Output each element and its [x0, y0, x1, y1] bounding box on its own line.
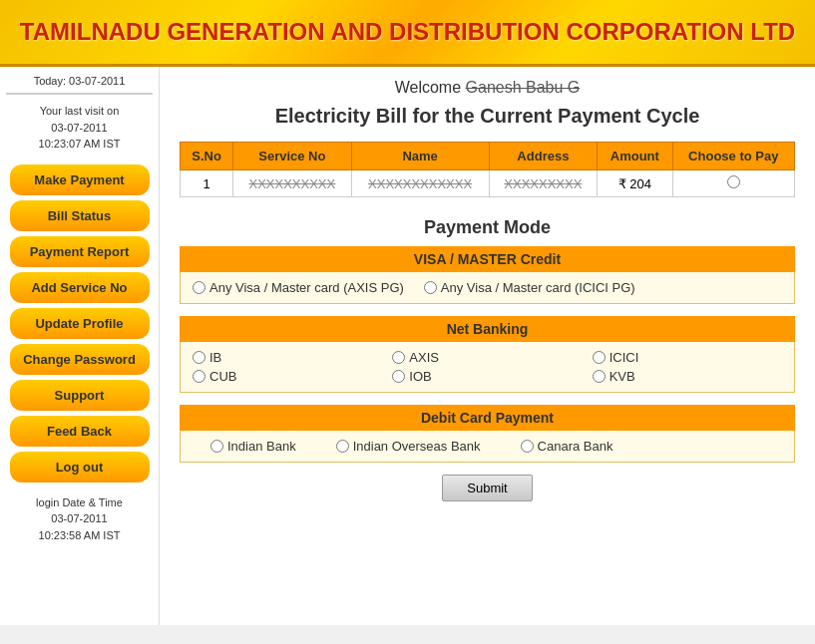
submit-row: Submit — [180, 475, 795, 501]
table-header: S.No Service No Name Address Amount Choo… — [181, 143, 795, 170]
debit-options: Indian Bank Indian Overseas Bank Canara … — [180, 431, 795, 463]
login-label: login Date & Time — [36, 496, 123, 508]
log-out-button[interactable]: Log out — [10, 452, 150, 483]
nb-axis-radio[interactable] — [392, 351, 405, 364]
nb-ib-label[interactable]: IB — [193, 350, 382, 365]
debit-iob-label[interactable]: Indian Overseas Bank — [336, 439, 481, 454]
change-password-button[interactable]: Change Password — [10, 344, 150, 375]
nb-icici-radio[interactable] — [593, 351, 606, 364]
page-title: Electricity Bill for the Current Payment… — [180, 105, 795, 128]
bill-status-button[interactable]: Bill Status — [10, 200, 150, 231]
content-area: Welcome Ganesh Babu G Electricity Bill f… — [160, 67, 815, 625]
col-address: Address — [489, 143, 597, 170]
visa-options: Any Visa / Master card (AXIS PG) Any Vis… — [180, 272, 795, 304]
nb-cub-radio[interactable] — [193, 370, 205, 383]
nb-kvb-radio[interactable] — [593, 370, 606, 383]
cell-choose[interactable] — [672, 170, 794, 197]
debit-canara-radio[interactable] — [521, 440, 534, 453]
visa-axis-text: Any Visa / Master card (AXIS PG) — [209, 280, 404, 295]
visa-axis-radio[interactable] — [193, 281, 205, 294]
header: TAMILNADU GENERATION AND DISTRIBUTION CO… — [0, 0, 815, 67]
net-banking-options: IB AXIS ICICI CUB IOB — [180, 342, 795, 393]
visa-axis-label[interactable]: Any Visa / Master card (AXIS PG) — [193, 280, 404, 295]
table-body: 1 XXXXXXXXXX XXXXXXXXXXXX XXXXXXXXX ₹ 20… — [181, 170, 795, 197]
service-no-value: XXXXXXXXXX — [249, 176, 336, 191]
col-choose: Choose to Pay — [672, 143, 794, 170]
cell-amount: ₹ 204 — [598, 170, 672, 197]
cell-service-no: XXXXXXXXXX — [233, 170, 351, 197]
visa-icici-radio[interactable] — [424, 281, 437, 294]
user-name: Ganesh Babu G — [466, 79, 581, 96]
support-button[interactable]: Support — [10, 380, 150, 411]
table-row: 1 XXXXXXXXXX XXXXXXXXXXXX XXXXXXXXX ₹ 20… — [181, 170, 795, 197]
make-payment-button[interactable]: Make Payment — [10, 164, 150, 195]
visa-icici-label[interactable]: Any Visa / Master card (ICICI PG) — [424, 280, 635, 295]
col-sno: S.No — [181, 143, 233, 170]
sidebar: Today: 03-07-2011 Your last visit on 03-… — [0, 67, 160, 625]
name-value: XXXXXXXXXXXX — [368, 176, 472, 191]
nb-kvb-text: KVB — [610, 369, 635, 384]
nb-iob-label[interactable]: IOB — [392, 369, 582, 384]
nb-axis-label[interactable]: AXIS — [392, 350, 582, 365]
payment-report-button[interactable]: Payment Report — [10, 236, 150, 267]
feed-back-button[interactable]: Feed Back — [10, 416, 150, 447]
net-banking-section: Net Banking IB AXIS ICICI CUB — [180, 316, 795, 393]
last-visit-info: Your last visit on 03-07-2011 10:23:07 A… — [6, 103, 153, 153]
header-title: TAMILNADU GENERATION AND DISTRIBUTION CO… — [20, 18, 795, 45]
visa-section: VISA / MASTER Credit Any Visa / Master c… — [180, 246, 795, 304]
login-date: 03-07-2011 — [51, 512, 107, 524]
debit-canara-label[interactable]: Canara Bank — [521, 439, 613, 454]
last-visit-time: 10:23:07 AM IST — [39, 138, 121, 150]
nb-icici-text: ICICI — [610, 350, 639, 365]
submit-button[interactable]: Submit — [442, 475, 532, 501]
net-banking-header: Net Banking — [180, 316, 795, 342]
cell-sno: 1 — [181, 170, 233, 197]
col-amount: Amount — [598, 143, 672, 170]
nb-cub-text: CUB — [209, 369, 236, 384]
choose-radio[interactable] — [727, 175, 740, 188]
nb-icici-label[interactable]: ICICI — [593, 350, 782, 365]
nb-iob-text: IOB — [409, 369, 431, 384]
today-date: Today: 03-07-2011 — [6, 75, 153, 87]
nb-kvb-label[interactable]: KVB — [593, 369, 782, 384]
debit-header: Debit Card Payment — [180, 405, 795, 431]
nb-axis-text: AXIS — [409, 350, 439, 365]
col-service-no: Service No — [233, 143, 351, 170]
debit-iob-text: Indian Overseas Bank — [353, 439, 481, 454]
last-visit-date: 03-07-2011 — [51, 122, 107, 134]
col-name: Name — [351, 143, 489, 170]
debit-indian-bank-radio[interactable] — [210, 440, 223, 453]
debit-iob-radio[interactable] — [336, 440, 349, 453]
debit-canara-text: Canara Bank — [538, 439, 613, 454]
welcome-label: Welcome — [395, 79, 461, 96]
login-time: 10:23:58 AM IST — [39, 529, 121, 541]
last-visit-label: Your last visit on — [40, 105, 120, 117]
sidebar-divider — [6, 93, 153, 95]
update-profile-button[interactable]: Update Profile — [10, 308, 150, 339]
payment-mode-title: Payment Mode — [180, 217, 795, 238]
welcome-message: Welcome Ganesh Babu G — [180, 79, 795, 97]
nb-iob-radio[interactable] — [392, 370, 405, 383]
visa-header: VISA / MASTER Credit — [180, 246, 795, 272]
debit-section: Debit Card Payment Indian Bank Indian Ov… — [180, 405, 795, 463]
debit-indian-bank-text: Indian Bank — [227, 439, 296, 454]
add-service-no-button[interactable]: Add Service No — [10, 272, 150, 303]
nb-ib-text: IB — [209, 350, 221, 365]
nb-ib-radio[interactable] — [193, 351, 205, 364]
cell-address: XXXXXXXXX — [489, 170, 597, 197]
cell-name: XXXXXXXXXXXX — [351, 170, 489, 197]
debit-indian-bank-label[interactable]: Indian Bank — [210, 439, 296, 454]
bill-table: S.No Service No Name Address Amount Choo… — [180, 142, 795, 197]
main-layout: Today: 03-07-2011 Your last visit on 03-… — [0, 67, 815, 625]
nb-cub-label[interactable]: CUB — [193, 369, 382, 384]
address-value: XXXXXXXXX — [504, 176, 582, 191]
visa-icici-text: Any Visa / Master card (ICICI PG) — [441, 280, 635, 295]
login-info: login Date & Time 03-07-2011 10:23:58 AM… — [6, 494, 153, 544]
